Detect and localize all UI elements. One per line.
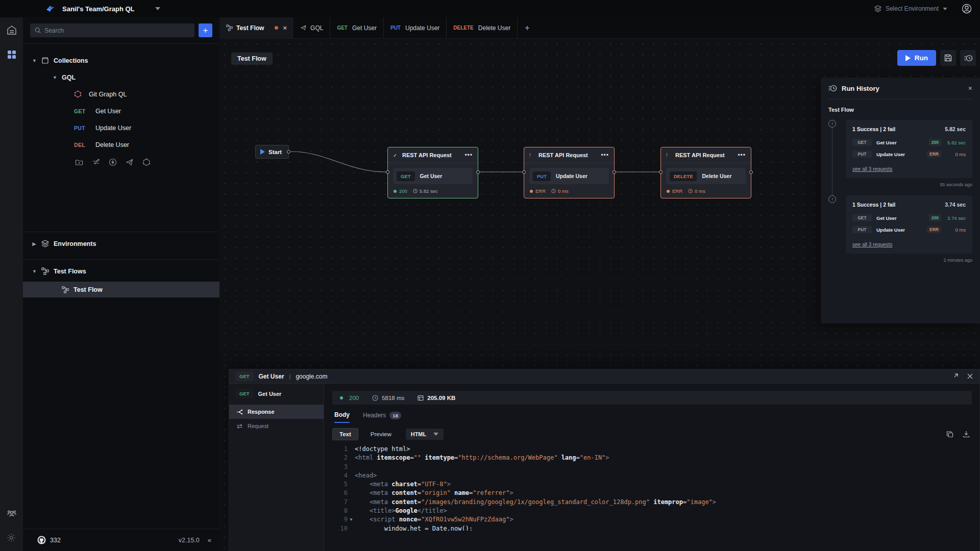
history-request-row: PUTUpdate UserERR0 ms [852,151,966,158]
more-menu-icon[interactable]: ••• [464,152,473,159]
send-icon [300,24,307,31]
rest-node-get-user[interactable]: ✓REST API Request•••GETGet User2005.82 s… [387,147,478,198]
rest-node-update-user[interactable]: !REST API Request•••PUTUpdate UserERR0 m… [524,147,615,198]
top-bar: Sanil's Team/Graph QL Select Environment [0,0,980,17]
request-name: Update User [876,152,927,157]
output-handle[interactable] [749,170,753,174]
download-icon[interactable] [963,431,970,438]
send-request-icon[interactable] [126,158,134,166]
copy-icon[interactable] [946,431,953,438]
tab-delete-user[interactable]: DELETEDelete User [447,17,518,38]
unsaved-dot-icon [275,26,278,30]
start-node[interactable]: Start [255,145,289,159]
socket-icon[interactable] [109,158,117,166]
history-card[interactable]: 1 Success | 2 fail5.82 secGETGet User200… [846,120,972,178]
code-line: 10 window.het = Date.now(); [332,524,972,531]
node-status-row: 2005.82 sec [388,184,478,194]
collapse-sidebar-icon[interactable]: « [208,536,211,544]
new-tab-button[interactable]: + [518,17,536,38]
request-duration: 5.82 sec [941,140,966,145]
workspace-chevron-down-icon[interactable] [155,7,160,10]
input-handle[interactable] [386,170,389,174]
status-code: ERR [667,188,682,194]
history-card[interactable]: 1 Success | 2 fail3.74 secGETGet User200… [846,195,972,254]
code-line: 3 [332,463,972,471]
method-chip: GET [397,171,415,181]
fold-arrow-icon[interactable]: ▼ [348,515,355,524]
tab-body[interactable]: Body [334,411,350,423]
graphql-icon[interactable] [142,158,151,166]
workspaces-grid-icon[interactable] [6,49,17,60]
add-new-button[interactable]: + [199,23,212,37]
team-icon[interactable] [6,508,17,519]
environment-selector[interactable]: Select Environment [874,5,947,12]
output-handle[interactable] [287,150,290,154]
test-flows-section[interactable]: ▼ Test Flows [23,263,219,280]
search-box[interactable] [30,23,194,37]
tab-headers[interactable]: Headers18 [363,412,401,423]
tab-label: Update User [405,24,439,32]
close-icon[interactable] [967,373,973,380]
user-avatar-icon[interactable] [962,4,972,14]
request-name: Get User [876,215,929,221]
sidebar-item-update-user[interactable]: PUTUpdate User [23,119,219,136]
tab-test-flow[interactable]: Test Flow× [219,17,293,38]
response-body-code[interactable]: 1<!doctype html>2<html itemscope="" item… [332,445,972,531]
add-folder-icon[interactable] [75,158,83,166]
request-row[interactable]: GET Get User [229,389,324,405]
flow-canvas[interactable]: Test Flow Run Start ✓REST API Request•••… [219,39,980,551]
home-icon[interactable] [6,24,17,36]
expand-icon[interactable] [952,373,959,380]
tab-update-user[interactable]: PUTUpdate User [384,17,447,38]
more-menu-icon[interactable]: ••• [738,152,746,159]
collections-section[interactable]: ▼ Collections [23,52,219,69]
request-chip[interactable]: PUTUpdate User [529,168,609,184]
close-icon[interactable]: × [283,24,287,32]
see-all-requests-link[interactable]: see all 3 requests [852,242,892,247]
run-history-button[interactable] [960,50,976,66]
rest-node-delete-user[interactable]: !REST API Request•••DELETEDelete UserERR… [660,147,751,198]
layers-icon [41,240,49,247]
workspace-name[interactable]: Sanil's Team/Graph QL [62,5,135,13]
response-status-strip: 200 5818 ms 205.09 KB [332,391,972,405]
github-link[interactable]: 332 [37,536,61,544]
run-history-title: Run History [842,85,963,92]
view-preview-button[interactable]: Preview [371,431,391,437]
request-chip[interactable]: DELETEDelete User [666,168,746,184]
sidebar-item-test-flow[interactable]: Test Flow [23,282,219,297]
warning-icon: ! [529,153,534,158]
sidebar-item-get-user[interactable]: GETGet User [23,103,219,119]
sidebar-item-git-graph-ql[interactable]: Git Graph QL [23,86,219,103]
settings-gear-icon[interactable] [6,533,17,544]
method-chip: DELETE [670,171,697,181]
folder-gql[interactable]: ▼ GQL [23,69,219,86]
environments-section[interactable]: ▶ Environments [23,235,219,252]
input-handle[interactable] [659,170,663,174]
request-chip[interactable]: GETGet User [393,168,473,184]
sidebar-item-response[interactable]: Response [229,405,324,419]
save-button[interactable] [940,50,956,66]
sidebar-item-request[interactable]: Request [229,419,324,433]
format-select[interactable]: HTML [406,429,444,440]
tab-get-user[interactable]: GETGet User [330,17,384,38]
status-badge: 200 [929,214,941,221]
chevron-right-icon[interactable]: ▶ [32,241,36,246]
search-input[interactable] [44,27,190,34]
view-text-button[interactable]: Text [332,428,358,440]
more-menu-icon[interactable]: ••• [601,152,609,159]
request-duration: 0 ms [941,227,966,233]
code-line: 5 <meta charset="UTF-8"> [332,480,972,489]
tab-gql[interactable]: GQL [293,17,330,38]
chevron-down-icon[interactable]: ▼ [32,58,36,63]
output-handle[interactable] [476,170,480,174]
chevron-down-icon[interactable]: ▼ [53,75,57,80]
input-handle[interactable] [522,170,526,174]
sidebar-item-delete-user[interactable]: DELDelete User [23,136,219,153]
see-all-requests-link[interactable]: see all 3 requests [852,166,892,172]
chevron-down-icon[interactable]: ▼ [32,269,36,274]
duration: 0 ms [688,188,705,194]
run-button[interactable]: Run [897,50,936,66]
close-icon[interactable]: × [968,84,972,92]
output-handle[interactable] [612,170,616,174]
import-requests-icon[interactable] [92,158,100,166]
